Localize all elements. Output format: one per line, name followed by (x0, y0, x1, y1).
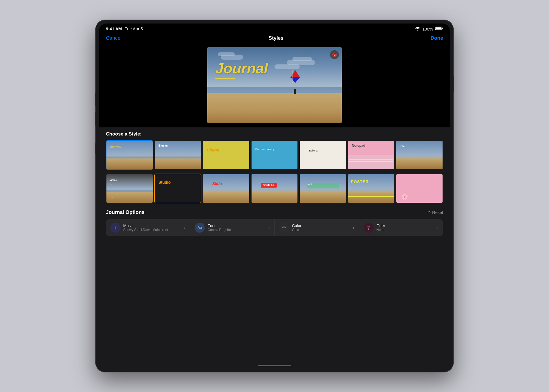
style-item-blocks[interactable]: Blocks → (154, 140, 202, 170)
svg-rect-2 (436, 27, 442, 29)
style-item-poster[interactable]: POSTER (348, 174, 395, 203)
notepad-thumb: Notepad (348, 141, 394, 169)
santafe-badge: Santa Fe (261, 183, 277, 188)
style-item-editorial[interactable]: Editorial (299, 140, 346, 170)
reset-button[interactable]: ↺ Reset (427, 210, 443, 215)
option-item-font[interactable]: Aa Font Canela Regular › (190, 219, 274, 236)
options-row: ♪ Music Snowy Stroll Down Mainstreet › A… (106, 219, 443, 236)
reset-label: Reset (432, 210, 443, 215)
font-icon-bg: Aa (195, 223, 205, 233)
cancel-button[interactable]: Cancel (106, 35, 122, 41)
blocks-thumb: Blocks → (155, 141, 201, 169)
journal-underline (215, 78, 235, 79)
flower-decoration: 🌸 (401, 193, 408, 200)
color-chevron-icon: › (353, 225, 354, 230)
choose-style-label: Choose a Style: (106, 131, 443, 137)
mute-icon: 🔇 (332, 52, 337, 57)
style-item-studio[interactable]: Studio (154, 174, 202, 203)
filter-icon: ◎ (367, 225, 371, 230)
style-item-notepad[interactable]: Notepad (348, 140, 395, 170)
ipad-device: 9:41 AM Tue Apr 5 100% (95, 20, 454, 372)
color-icon-bg: ✏ (279, 223, 289, 233)
journal-thumb: Journal → (106, 141, 153, 169)
option-item-color[interactable]: ✏ Color Gold › (275, 219, 359, 236)
svg-rect-1 (442, 28, 443, 29)
filter-option-name: Filter (376, 223, 438, 228)
home-indicator (258, 365, 291, 366)
filter-chevron-icon: › (437, 225, 439, 230)
sli-thumb: 🌸 (396, 174, 443, 202)
style-item-charm[interactable]: Charm (203, 140, 250, 170)
style-item-tile[interactable]: Tile (396, 140, 443, 170)
contemporary-thumb: Contemporary (252, 141, 298, 169)
style-item-sli[interactable]: 🌸 (396, 174, 443, 203)
option-item-filter[interactable]: ◎ Filter None › (359, 219, 443, 236)
style-grid-row2: Active → → Studio Slido (106, 174, 443, 203)
style-item-journal[interactable]: Journal → (106, 140, 153, 170)
status-time: 9:41 AM (106, 26, 122, 31)
color-icon: ✏ (282, 225, 286, 230)
options-section: Journal Options ↺ Reset ♪ Music (106, 206, 443, 238)
done-button[interactable]: Done (431, 35, 443, 41)
status-bar: 9:41 AM Tue Apr 5 100% (99, 24, 450, 33)
journal-title-overlay: Journal (215, 61, 268, 79)
active-label: Active (110, 179, 118, 182)
charm-thumb: Charm (203, 141, 249, 169)
font-chevron-icon: › (269, 225, 270, 230)
font-option-name: Font (208, 223, 269, 228)
style-item-active[interactable]: Active → → (106, 174, 153, 203)
slido-thumb: Slido (203, 174, 249, 202)
options-title: Journal Options (106, 209, 145, 215)
filter-option-value: None (376, 228, 438, 232)
color-option-value: Gold (292, 228, 353, 232)
editorial-thumb: Editorial (300, 141, 346, 169)
style-item-santafe[interactable]: Santa Fe (251, 174, 298, 203)
navigation-bar: Cancel Styles Done (99, 33, 450, 45)
music-option-text: Music Snowy Stroll Down Mainstreet (123, 223, 184, 232)
font-option-value: Canela Regular (208, 228, 269, 232)
font-option-text: Font Canela Regular (208, 223, 269, 232)
music-icon-bg: ♪ (110, 223, 120, 233)
style-grid-row1: Journal → Blocks → (106, 140, 443, 170)
music-option-value: Snowy Stroll Down Mainstreet (123, 228, 184, 232)
filter-icon-bg: ◎ (364, 223, 374, 233)
status-right: 100% (415, 26, 443, 31)
battery-icon (435, 26, 443, 31)
font-icon: Aa (197, 225, 202, 230)
preview-journal-text: Journal (215, 61, 268, 76)
tile-thumb: Tile (396, 141, 443, 169)
filter-option-text: Filter None (376, 223, 438, 232)
volume-up-button[interactable] (95, 92, 96, 106)
preview-container: Journal 🔇 (99, 45, 450, 127)
color-option-name: Color (292, 223, 353, 228)
style-item-contemporary[interactable]: Contemporary (251, 140, 298, 170)
style-item-mint[interactable]: mint (299, 174, 346, 203)
person-silhouette (294, 89, 296, 94)
studio-thumb: Studio (155, 174, 201, 202)
beach-scene: Journal 🔇 (207, 47, 342, 123)
wifi-icon (415, 27, 420, 31)
reset-icon: ↺ (427, 210, 431, 215)
music-chevron-icon: › (184, 225, 186, 230)
volume-down-button[interactable] (95, 112, 96, 126)
poster-thumb: POSTER (348, 174, 394, 202)
page-title: Styles (269, 35, 283, 41)
preview-frame: Journal 🔇 (207, 47, 342, 123)
mute-button[interactable]: 🔇 (330, 50, 339, 59)
battery-percentage: 100% (422, 27, 433, 31)
music-icon: ♪ (114, 225, 117, 230)
status-date: Tue Apr 5 (125, 26, 143, 31)
power-button[interactable] (453, 76, 454, 92)
style-item-slido[interactable]: Slido (203, 174, 250, 203)
kite (290, 70, 301, 80)
option-item-music[interactable]: ♪ Music Snowy Stroll Down Mainstreet › (106, 219, 190, 236)
mint-thumb: mint (300, 174, 346, 202)
music-option-name: Music (123, 223, 184, 228)
sand-layer (207, 93, 342, 123)
options-header: Journal Options ↺ Reset (106, 209, 443, 215)
ipad-screen: 9:41 AM Tue Apr 5 100% (99, 24, 450, 368)
color-option-text: Color Gold (292, 223, 353, 232)
santafe-thumb: Santa Fe (252, 174, 298, 202)
content-area: Choose a Style: Journal → (99, 127, 450, 368)
status-left: 9:41 AM Tue Apr 5 (106, 26, 143, 31)
